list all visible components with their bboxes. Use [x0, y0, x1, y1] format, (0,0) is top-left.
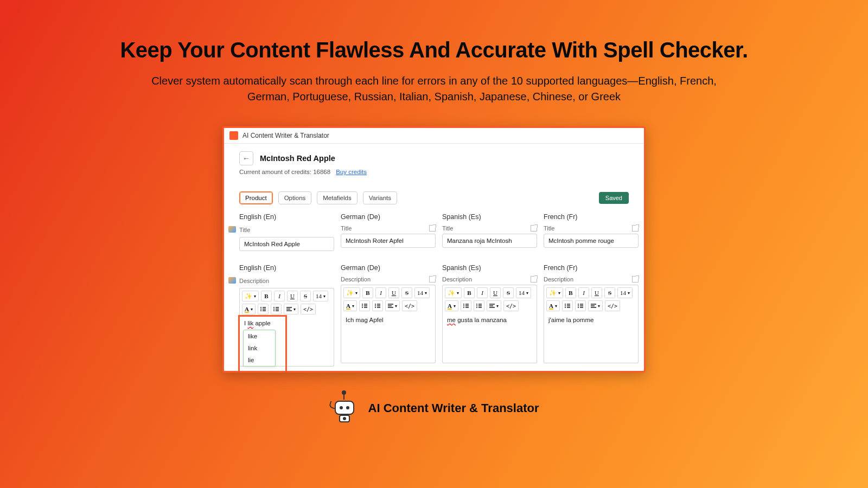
hero: Keep Your Content Flawless And Accurate …	[0, 0, 868, 105]
italic-button[interactable]: I	[274, 291, 285, 301]
desc-label: Description	[442, 276, 472, 282]
status-badge: Saved	[599, 192, 629, 204]
tab-product[interactable]: Product	[239, 191, 273, 204]
ul-button[interactable]	[461, 300, 471, 311]
magic-button[interactable]: ✨▾	[445, 287, 462, 298]
spell-error-word[interactable]: me	[447, 317, 456, 323]
credits-row: Current amount of credits: 16868 Buy cre…	[224, 165, 644, 175]
title-label: Title	[239, 227, 250, 233]
translate-icon	[228, 277, 236, 284]
column-fr: French (Fr) Title	[544, 213, 639, 251]
hero-title: Keep Your Content Flawless And Accurate …	[65, 38, 803, 62]
editor-toolbar: ✨▾ B I U S 14▾ A▾ ▾ </>	[442, 285, 537, 313]
copy-icon[interactable]	[531, 225, 537, 232]
breadcrumb: McIntosh Red Apple	[260, 154, 335, 163]
desc-editor-de[interactable]: Ich mag Apfel	[341, 313, 436, 363]
robot-icon	[329, 392, 360, 425]
spell-suggestion[interactable]: lie	[244, 354, 275, 366]
copy-icon[interactable]	[429, 225, 436, 232]
ul-button[interactable]	[562, 300, 573, 311]
ol-button[interactable]	[474, 300, 484, 311]
ul-button[interactable]	[359, 300, 370, 311]
textcolor-button[interactable]: A▾	[546, 300, 560, 311]
code-button[interactable]: </>	[402, 300, 417, 311]
app-icon	[229, 131, 238, 140]
strike-button[interactable]: S	[503, 287, 514, 298]
textcolor-button[interactable]: A▾	[445, 300, 458, 311]
ol-button[interactable]	[271, 304, 282, 314]
bold-button[interactable]: B	[362, 287, 373, 298]
copy-icon[interactable]	[531, 276, 537, 282]
italic-button[interactable]: I	[578, 287, 589, 298]
strike-button[interactable]: S	[401, 287, 412, 298]
column-en: English (En) Title	[239, 213, 334, 251]
align-button[interactable]: ▾	[385, 300, 400, 311]
window-titlebar: AI Content Writer & Translator	[224, 128, 644, 144]
italic-button[interactable]: I	[477, 287, 488, 298]
code-button[interactable]: </>	[503, 300, 519, 311]
title-input-de[interactable]	[341, 234, 436, 248]
italic-button[interactable]: I	[375, 287, 386, 298]
strike-button[interactable]: S	[300, 291, 311, 301]
editor-toolbar: ✨▾ B I U S 14▾ A▾ ▾ </>	[239, 288, 334, 317]
back-button[interactable]: ←	[239, 151, 253, 165]
spell-error-word[interactable]: lik	[247, 320, 253, 326]
title-input-en[interactable]	[239, 237, 334, 251]
code-button[interactable]: </>	[301, 304, 316, 314]
fontsize-select[interactable]: 14▾	[516, 287, 531, 298]
bold-button[interactable]: B	[565, 287, 576, 298]
fontsize-select[interactable]: 14▾	[313, 291, 328, 301]
tabs: Product Options Metafields Variants Save…	[224, 175, 644, 204]
underline-button[interactable]: U	[490, 287, 501, 298]
align-button[interactable]: ▾	[284, 304, 298, 314]
bold-button[interactable]: B	[261, 291, 272, 301]
strike-button[interactable]: S	[604, 287, 615, 298]
code-button[interactable]: </>	[605, 300, 620, 311]
title-input-es[interactable]	[442, 234, 537, 248]
ul-button[interactable]	[258, 304, 269, 314]
underline-button[interactable]: U	[388, 287, 399, 298]
lang-label: Spanish (Es)	[442, 213, 537, 221]
lang-label: English (En)	[239, 264, 334, 272]
spell-suggestion[interactable]: like	[244, 330, 275, 342]
copy-icon[interactable]	[632, 276, 639, 282]
copy-icon[interactable]	[429, 276, 436, 282]
magic-button[interactable]: ✨▾	[343, 287, 360, 298]
desc-editor-es[interactable]: me gusta la manzana	[442, 313, 537, 363]
translate-icon	[228, 226, 236, 233]
underline-button[interactable]: U	[287, 291, 298, 301]
lang-label: English (En)	[239, 213, 334, 221]
title-input-fr[interactable]	[544, 234, 639, 248]
desc-col-es: Spanish (Es) Description ✨▾ B I U S 14▾ …	[442, 264, 537, 367]
magic-button[interactable]: ✨▾	[546, 287, 563, 298]
spell-suggestion[interactable]: link	[244, 342, 275, 354]
bold-button[interactable]: B	[464, 287, 475, 298]
ol-button[interactable]	[575, 300, 586, 311]
align-button[interactable]: ▾	[487, 300, 501, 311]
tab-options[interactable]: Options	[278, 191, 312, 204]
tab-metafields[interactable]: Metafields	[317, 191, 357, 204]
align-button[interactable]: ▾	[588, 300, 603, 311]
copy-icon[interactable]	[632, 225, 639, 232]
title-label: Title	[544, 225, 554, 232]
fontsize-select[interactable]: 14▾	[414, 287, 430, 298]
desc-editor-fr[interactable]: j'aime la pomme	[544, 313, 639, 363]
footer-brand: AI Content Writer & Translator	[0, 392, 868, 425]
title-label: Title	[341, 225, 352, 232]
brand-text: AI Content Writer & Translator	[368, 401, 539, 415]
lang-label: German (De)	[341, 264, 436, 272]
textcolor-button[interactable]: A▾	[242, 304, 256, 314]
desc-editor-en[interactable]: I lik apple like link lie	[239, 317, 334, 367]
ol-button[interactable]	[372, 300, 383, 311]
desc-col-fr: French (Fr) Description ✨▾ B I U S 14▾ A…	[544, 264, 639, 367]
desc-col-en: English (En) Description ✨▾ B I U S 14▾ …	[239, 264, 334, 367]
textcolor-button[interactable]: A▾	[343, 300, 357, 311]
lang-label: Spanish (Es)	[442, 264, 537, 272]
magic-button[interactable]: ✨▾	[242, 291, 259, 301]
fontsize-select[interactable]: 14▾	[617, 287, 633, 298]
underline-button[interactable]: U	[591, 287, 602, 298]
title-label: Title	[442, 225, 453, 232]
desc-label: Description	[341, 276, 371, 282]
tab-variants[interactable]: Variants	[363, 191, 397, 204]
buy-credits-link[interactable]: Buy credits	[336, 169, 367, 175]
